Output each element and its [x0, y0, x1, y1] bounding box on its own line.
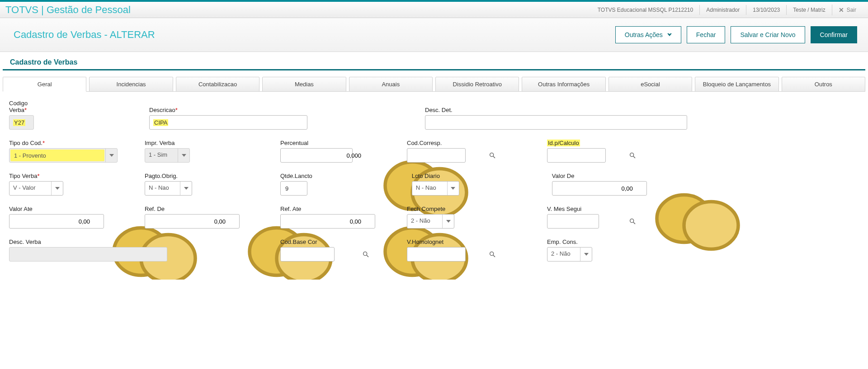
- tab-esocial[interactable]: eSocial: [609, 77, 692, 92]
- desc-verba-value: [13, 251, 163, 258]
- cod-corresp-input[interactable]: [411, 152, 489, 159]
- impr-verba-select[interactable]: 1 - Sim: [145, 148, 190, 163]
- dropdown-icon: [580, 248, 592, 261]
- close-button[interactable]: Fechar: [687, 26, 726, 43]
- tipo-cod-label: Tipo do Cod.: [9, 140, 42, 146]
- exit-button[interactable]: ✕ Sair: [832, 5, 863, 15]
- dropdown-icon: [51, 182, 63, 195]
- money-icon: [637, 185, 646, 192]
- tab-anuais[interactable]: Anuais: [349, 77, 433, 92]
- page-title: Cadastro de Verbas - ALTERAR: [14, 29, 155, 41]
- search-icon[interactable]: [362, 251, 369, 258]
- search-icon[interactable]: [629, 218, 636, 225]
- v-mes-segui-label: V. Mes Segui: [547, 206, 599, 212]
- tipo-verba-value: V - Valor: [9, 182, 51, 195]
- qtde-lancto-input[interactable]: [280, 181, 307, 196]
- field-emp-cons: Emp. Cons. 2 - Não: [547, 238, 592, 262]
- desc-det-text[interactable]: [429, 119, 683, 126]
- field-valor-de: Valor De: [552, 173, 647, 196]
- valor-de-value[interactable]: [556, 185, 634, 192]
- v-mes-segui-input[interactable]: [551, 218, 629, 225]
- ref-ate-value[interactable]: [284, 218, 362, 225]
- valor-ate-input[interactable]: [9, 214, 104, 229]
- desc-det-input[interactable]: [425, 115, 687, 130]
- field-v-homolognet: V.Homolognet: [407, 238, 466, 262]
- field-desc-verba: Desc. Verba: [9, 238, 167, 262]
- valor-ate-label: Valor Ate: [9, 206, 104, 212]
- valor-ate-value[interactable]: [13, 218, 91, 225]
- ref-ate-label: Ref. Ate: [280, 206, 375, 212]
- exit-label: Sair: [847, 7, 856, 13]
- field-cod-base-cor: Cod.Base Cor: [280, 238, 335, 262]
- id-calculo-input[interactable]: [551, 152, 629, 159]
- other-actions-button[interactable]: Outras Ações: [615, 26, 681, 43]
- percentual-input[interactable]: [280, 148, 353, 163]
- tab-dissidio[interactable]: Dissidio Retroativo: [435, 77, 519, 92]
- search-icon[interactable]: [489, 152, 496, 159]
- field-valor-ate: Valor Ate: [9, 206, 104, 229]
- codigo-verba-input: Y27: [9, 115, 34, 130]
- field-cod-corresp: Cod.Corresp.: [407, 140, 466, 163]
- ref-de-value[interactable]: [149, 218, 226, 225]
- pagto-obrig-select[interactable]: N - Nao: [145, 181, 192, 196]
- money-icon: [94, 218, 104, 225]
- emp-cons-value: 2 - Não: [547, 248, 580, 261]
- field-qtde-lancto: Qtde.Lancto: [280, 173, 312, 196]
- fech-compete-value: 2 - Não: [407, 215, 442, 228]
- money-icon: [365, 218, 375, 225]
- section-title: Cadastro de Verbas: [3, 52, 865, 70]
- emp-cons-select[interactable]: 2 - Não: [547, 247, 592, 262]
- tipo-cod-select[interactable]: 1 - Provento: [9, 148, 118, 163]
- tab-incidencias[interactable]: Incidencias: [89, 77, 173, 92]
- fech-compete-label: Fech Compete: [407, 206, 454, 212]
- qtde-lancto-value[interactable]: [284, 185, 303, 192]
- impr-verba-label: Impr. Verba: [145, 140, 190, 146]
- field-v-mes-segui: V. Mes Segui: [547, 206, 599, 229]
- v-mes-segui-lookup[interactable]: [547, 214, 599, 229]
- codigo-verba-value: Y27: [13, 119, 25, 126]
- lcto-diario-label: Lcto Diario: [412, 173, 459, 179]
- field-descricao: Descricao* CIPA: [149, 107, 307, 130]
- v-homolognet-lookup[interactable]: [407, 247, 466, 262]
- descricao-text[interactable]: [170, 119, 303, 126]
- fech-compete-select[interactable]: 2 - Não: [407, 214, 454, 229]
- dropdown-icon: [105, 149, 117, 162]
- field-lcto-diario: Lcto Diario N - Nao: [412, 173, 459, 196]
- field-ref-ate: Ref. Ate: [280, 206, 375, 229]
- tab-outras-info[interactable]: Outras Informações: [522, 77, 605, 92]
- percentual-label: Percentual: [280, 140, 353, 146]
- user-label: Administrador: [699, 5, 746, 15]
- cod-base-cor-input[interactable]: [284, 251, 362, 258]
- tipo-cod-value: 1 - Provento: [10, 149, 104, 161]
- search-icon[interactable]: [629, 152, 636, 159]
- cod-base-cor-lookup[interactable]: [280, 247, 335, 262]
- tipo-verba-select[interactable]: V - Valor: [9, 181, 63, 196]
- header-actions: Outras Ações Fechar Salvar e Criar Novo …: [615, 26, 857, 43]
- v-homolognet-input[interactable]: [411, 251, 489, 258]
- pagto-obrig-label: Pagto.Obrig.: [145, 173, 192, 179]
- tab-geral[interactable]: Geral: [3, 77, 86, 92]
- valor-de-input[interactable]: [552, 181, 647, 196]
- confirm-button[interactable]: Confirmar: [811, 26, 857, 43]
- descricao-value: CIPA: [153, 119, 168, 126]
- search-icon[interactable]: [489, 251, 496, 258]
- cod-base-cor-label: Cod.Base Cor: [280, 238, 335, 245]
- field-percentual: Percentual: [280, 140, 353, 163]
- lcto-diario-select[interactable]: N - Nao: [412, 181, 459, 196]
- descricao-input[interactable]: CIPA: [149, 115, 307, 130]
- id-calculo-lookup[interactable]: [547, 148, 606, 163]
- top-right: TOTVS Educacional MSSQL P1212210 Adminis…: [591, 5, 863, 15]
- percentual-value[interactable]: [284, 152, 362, 159]
- tab-medias[interactable]: Medias: [262, 77, 346, 92]
- field-impr-verba: Impr. Verba 1 - Sim: [145, 140, 190, 163]
- money-icon: [365, 152, 375, 159]
- tab-outros[interactable]: Outros: [782, 77, 865, 92]
- tab-contabilizacao[interactable]: Contabilizacao: [176, 77, 259, 92]
- money-icon: [229, 218, 239, 225]
- tab-bloqueio[interactable]: Bloqueio de Lançamentos: [695, 77, 778, 92]
- field-fech-compete: Fech Compete 2 - Não: [407, 206, 454, 229]
- ref-ate-input[interactable]: [280, 214, 375, 229]
- cod-corresp-lookup[interactable]: [407, 148, 466, 163]
- ref-de-input[interactable]: [145, 214, 240, 229]
- save-and-new-button[interactable]: Salvar e Criar Novo: [731, 26, 805, 43]
